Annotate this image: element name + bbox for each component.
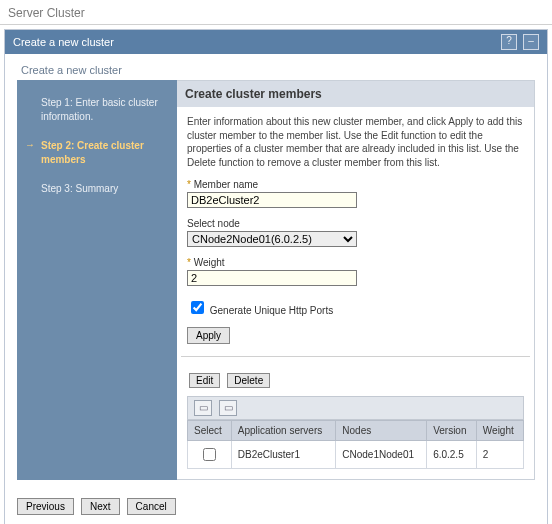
wizard-content: Create cluster members Enter information…	[177, 80, 535, 480]
help-icon[interactable]: ?	[501, 34, 517, 50]
wizard-panel: Create a new cluster ? – Create a new cl…	[4, 29, 548, 524]
cell-nodes: CNode1Node01	[336, 441, 427, 469]
select-node-dropdown[interactable]: CNode2Node01(6.0.2.5)	[187, 231, 357, 247]
content-header: Create cluster members	[177, 81, 534, 107]
col-nodes: Nodes	[336, 421, 427, 441]
col-weight: Weight	[476, 421, 523, 441]
generate-ports-label: Generate Unique Http Ports	[210, 305, 333, 316]
wizard-step-1[interactable]: Step 1: Enter basic cluster information.	[27, 90, 167, 133]
wizard-nav-buttons: Previous Next Cancel	[5, 490, 547, 524]
table-toolbar: Edit Delete	[187, 369, 524, 392]
members-table: Select Application servers Nodes Version…	[187, 420, 524, 469]
col-appservers: Application servers	[231, 421, 336, 441]
table-iconbar: ▭ ▭	[187, 396, 524, 420]
weight-label: * Weight	[187, 257, 524, 268]
wizard-steps: Step 1: Enter basic cluster information.…	[17, 80, 177, 480]
deselect-all-icon[interactable]: ▭	[219, 400, 237, 416]
close-icon[interactable]: –	[523, 34, 539, 50]
table-row: DB2eCluster1 CNode1Node01 6.0.2.5 2	[188, 441, 524, 469]
member-name-label-text: Member name	[194, 179, 258, 190]
panel-title: Create a new cluster	[13, 36, 114, 48]
required-icon: *	[187, 257, 191, 268]
required-icon: *	[187, 179, 191, 190]
apply-button[interactable]: Apply	[187, 327, 230, 344]
select-node-label: Select node	[187, 218, 524, 229]
previous-button[interactable]: Previous	[17, 498, 74, 515]
cancel-button[interactable]: Cancel	[127, 498, 176, 515]
wizard-step-2[interactable]: Step 2: Create cluster members	[27, 133, 167, 176]
col-select: Select	[188, 421, 232, 441]
panel-subtitle: Create a new cluster	[5, 54, 547, 80]
separator	[181, 356, 530, 357]
content-instructions: Enter information about this new cluster…	[187, 115, 524, 169]
table-header-row: Select Application servers Nodes Version…	[188, 421, 524, 441]
edit-button[interactable]: Edit	[189, 373, 220, 388]
generate-ports-checkbox[interactable]	[191, 301, 204, 314]
weight-label-text: Weight	[194, 257, 225, 268]
col-version: Version	[427, 421, 477, 441]
next-button[interactable]: Next	[81, 498, 120, 515]
panel-header-icons: ? –	[498, 34, 539, 50]
cell-version: 6.0.2.5	[427, 441, 477, 469]
select-all-icon[interactable]: ▭	[194, 400, 212, 416]
delete-button[interactable]: Delete	[227, 373, 270, 388]
cell-appservers: DB2eCluster1	[231, 441, 336, 469]
member-name-input[interactable]	[187, 192, 357, 208]
page-title: Server Cluster	[0, 0, 552, 25]
row-select-checkbox[interactable]	[203, 448, 216, 461]
panel-header: Create a new cluster ? –	[5, 30, 547, 54]
weight-input[interactable]	[187, 270, 357, 286]
wizard-step-3[interactable]: Step 3: Summary	[27, 176, 167, 206]
member-name-label: * Member name	[187, 179, 524, 190]
cell-weight: 2	[476, 441, 523, 469]
